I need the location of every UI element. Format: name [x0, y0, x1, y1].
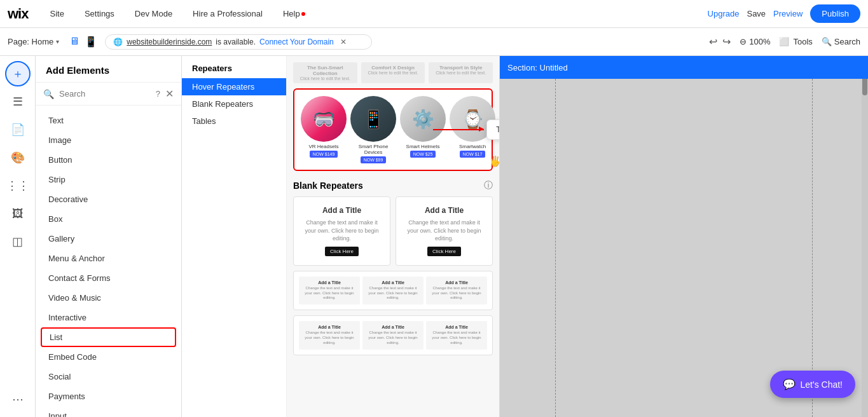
content-panel-inner: Repeaters Hover Repeaters Blank Repeater… — [182, 56, 499, 417]
blank-bottom-2-title: Add a Title — [382, 325, 404, 329]
undo-button[interactable]: ↩ — [709, 36, 717, 48]
card-price-helmet: NOW $25 — [410, 151, 436, 158]
element-gallery[interactable]: Gallery — [36, 229, 181, 249]
more-icon-btn[interactable]: ⋯ — [5, 386, 31, 412]
blank-card-1-title: Add a Title — [322, 206, 361, 215]
blank-card-2[interactable]: Add a Title Change the text and make it … — [396, 196, 493, 266]
nav-hire[interactable]: Hire a Professional — [189, 6, 266, 21]
chat-label: Let's Chat! — [801, 379, 843, 390]
chat-icon: 💬 — [783, 378, 796, 390]
nav-devmode[interactable]: Dev Mode — [131, 6, 176, 21]
nav-site[interactable]: Site — [46, 6, 67, 21]
search-button[interactable]: 🔍 Search — [822, 37, 860, 46]
element-decorative[interactable]: Decorative — [36, 189, 181, 209]
element-list[interactable]: List — [41, 327, 176, 347]
canvas-scrollbar[interactable] — [862, 56, 868, 417]
section-title-label: Section: Untitled — [507, 63, 568, 72]
domain-globe-icon: 🌐 — [113, 38, 123, 46]
element-box[interactable]: Box — [36, 209, 181, 229]
blank-bottom-1-title: Add a Title — [318, 325, 341, 329]
card-label-helmet: Smart Helmets — [406, 144, 440, 149]
content-panel: Repeaters Hover Repeaters Blank Repeater… — [182, 56, 500, 417]
page-selector[interactable]: Page: Home ▾ — [8, 37, 59, 46]
element-image[interactable]: Image — [36, 130, 181, 150]
blank-mini-1-title: Add a Title — [318, 280, 341, 285]
blank-card-1-btn[interactable]: Click Here — [325, 247, 359, 256]
zoom-control: ⊖ 100% — [740, 37, 770, 46]
page-chevron-icon: ▾ — [56, 38, 59, 45]
element-contact-forms[interactable]: Contact & Forms — [36, 268, 181, 288]
zoom-level: 100% — [749, 37, 770, 46]
tools-icon: ⬜ — [779, 37, 789, 46]
hover-repeater-preview[interactable]: 🥽 VR Headsets NOW $149 📱 Smart Phone Dev… — [293, 88, 493, 171]
elements-list: Text Image Button Strip Decorative Box G… — [36, 106, 181, 417]
card-label-watch: Smartwatch — [459, 144, 486, 149]
mobile-icon[interactable]: 📱 — [85, 36, 97, 48]
element-payments[interactable]: Payments — [36, 386, 181, 406]
element-input[interactable]: Input — [36, 406, 181, 417]
undo-redo-group: ↩ ↪ — [709, 36, 731, 48]
preview-button[interactable]: Preview — [773, 9, 803, 18]
zoom-minus-icon[interactable]: ⊖ — [740, 37, 747, 46]
panel-close-icon[interactable]: ✕ — [165, 88, 174, 100]
layers-icon-btn[interactable]: ◫ — [5, 229, 31, 254]
blank-card-1-text: Change the text and make it your own. Cl… — [301, 219, 382, 243]
nav-right-actions: Upgrade Save Preview Publish — [708, 4, 860, 23]
subnav-tables[interactable]: Tables — [182, 113, 286, 130]
tools-button[interactable]: ⬜ Tools — [779, 37, 812, 46]
connect-domain-button[interactable]: Connect Your Domain — [259, 38, 334, 46]
blank-repeaters-info-icon[interactable]: ⓘ — [484, 180, 493, 191]
nav-help[interactable]: Help — [279, 6, 309, 21]
chat-button[interactable]: 💬 Let's Chat! — [770, 371, 856, 398]
blank-bottom-3: Add a Title Change the text and make it … — [426, 321, 487, 349]
apps-icon-btn[interactable]: ⋮⋮ — [5, 173, 31, 198]
publish-button[interactable]: Publish — [810, 4, 860, 23]
main-area: ＋ ☰ 📄 🎨 ⋮⋮ 🖼 ◫ ⋯ Add Elements 🔍 Search ?… — [0, 56, 868, 417]
subnav-blank-repeaters[interactable]: Blank Repeaters — [182, 95, 286, 113]
blank-repeaters-title: Blank Repeaters — [293, 181, 363, 191]
wix-logo: wix — [8, 6, 28, 22]
panel-header: Add Elements — [36, 56, 181, 83]
domain-name: websitebuilderinside.com — [127, 38, 212, 46]
old-preview-items: The Sun-Smart Collection Click here to e… — [293, 62, 493, 83]
drag-tooltip: To add, just drag and drop. — [486, 120, 499, 140]
element-text[interactable]: Text — [36, 111, 181, 130]
nav-settings[interactable]: Settings — [81, 6, 118, 21]
pages-icon-btn[interactable]: ☰ — [5, 89, 31, 114]
upgrade-button[interactable]: Upgrade — [708, 9, 740, 18]
blank-bottom-inner: Add a Title Change the text and make it … — [293, 315, 493, 355]
page-name: Page: Home — [8, 37, 53, 46]
blank-repeaters-section: Blank Repeaters ⓘ Add a Title Change the… — [293, 180, 493, 355]
element-button[interactable]: Button — [36, 150, 181, 170]
old-item-1: The Sun-Smart Collection Click here to e… — [293, 62, 357, 83]
blank-card-3col[interactable]: Add a Title Change the text and make it … — [293, 271, 493, 310]
blank-mini-2-title: Add a Title — [382, 280, 404, 285]
blog-icon-btn[interactable]: 📄 — [5, 117, 31, 142]
old-item-2: Comfort X Design Click here to edit the … — [361, 62, 425, 83]
element-video-music[interactable]: Video & Music — [36, 288, 181, 308]
element-embed-code[interactable]: Embed Code — [36, 347, 181, 367]
blank-repeaters-header: Blank Repeaters ⓘ — [293, 180, 493, 191]
panel-search-label: Search — [59, 89, 85, 99]
add-elements-icon-btn[interactable]: ＋ — [5, 61, 31, 86]
redo-button[interactable]: ↪ — [722, 36, 731, 48]
element-social[interactable]: Social — [36, 367, 181, 386]
element-strip[interactable]: Strip — [36, 170, 181, 189]
media-icon-btn[interactable]: 🖼 — [5, 201, 31, 226]
element-menu-anchor[interactable]: Menu & Anchor — [36, 249, 181, 268]
thumb-phone: 📱 — [350, 96, 396, 142]
domain-bar-close-icon[interactable]: ✕ — [340, 38, 347, 46]
blank-card-1[interactable]: Add a Title Change the text and make it … — [293, 196, 390, 266]
blank-bottom-3-text: Change the text and make it your own. Cl… — [429, 331, 485, 345]
panel-help-icon[interactable]: ? — [156, 89, 160, 99]
blank-card-bottom-row: Add a Title Change the text and make it … — [293, 315, 493, 355]
dashed-line-1 — [555, 79, 556, 417]
device-switcher: 🖥 📱 — [69, 36, 97, 48]
element-interactive[interactable]: Interactive — [36, 308, 181, 327]
paint-icon-btn[interactable]: 🎨 — [5, 145, 31, 170]
panel-search-area: 🔍 Search ? ✕ — [36, 83, 181, 106]
desktop-icon[interactable]: 🖥 — [69, 36, 79, 48]
save-button[interactable]: Save — [747, 9, 766, 18]
subnav-hover-repeaters[interactable]: Hover Repeaters — [182, 78, 286, 95]
blank-card-2-btn[interactable]: Click Here — [427, 247, 461, 256]
